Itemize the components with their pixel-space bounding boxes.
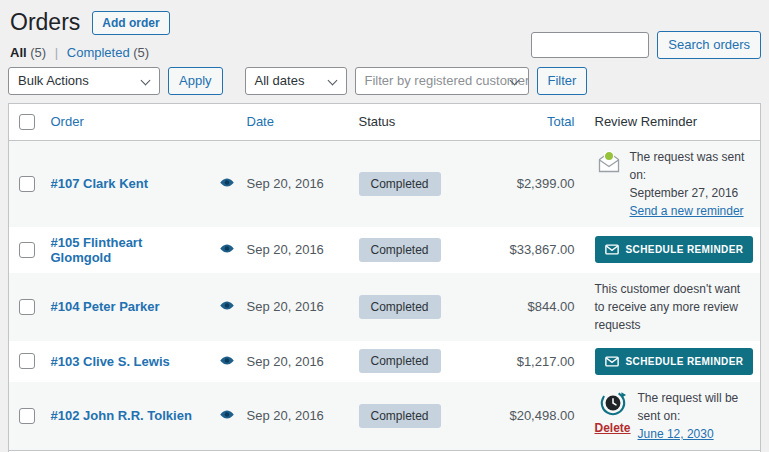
reminder-date: September 27, 2016 — [630, 184, 751, 202]
customer-filter-select[interactable]: Filter by registered customer — [355, 67, 529, 95]
row-checkbox[interactable] — [19, 408, 35, 424]
schedule-reminder-button[interactable]: SCHEDULE REMINDER — [595, 236, 754, 263]
view-all-count: (5) — [30, 45, 46, 60]
order-row-104: #104 Peter Parker Sep 20, 2016 Completed… — [9, 273, 761, 341]
order-link[interactable]: #107 Clark Kent — [51, 176, 149, 191]
status-badge: Completed — [359, 349, 441, 373]
view-completed-link[interactable]: Completed — [67, 45, 130, 60]
eye-icon[interactable] — [219, 177, 235, 188]
order-link[interactable]: #102 John R.R. Tolkien — [51, 408, 192, 423]
order-date: Sep 20, 2016 — [237, 341, 349, 382]
date-filter-selected: All dates — [255, 73, 305, 88]
chevron-down-icon — [327, 75, 337, 85]
status-badge: Completed — [359, 238, 441, 262]
eye-icon[interactable] — [219, 409, 235, 420]
date-filter-select[interactable]: All dates — [245, 67, 347, 95]
bulk-actions-selected: Bulk Actions — [18, 73, 89, 88]
orders-table: Order Date Status Total Review Reminder … — [8, 103, 761, 452]
sort-total-header[interactable]: Total — [547, 114, 574, 129]
scheduled-date-link[interactable]: June 12, 2030 — [638, 427, 714, 441]
schedule-reminder-button[interactable]: SCHEDULE REMINDER — [595, 348, 754, 375]
order-link[interactable]: #105 Flintheart Glomgold — [51, 235, 143, 265]
order-row-105: #105 Flintheart Glomgold Sep 20, 2016 Co… — [9, 227, 761, 273]
add-order-button[interactable]: Add order — [92, 11, 169, 35]
reminder-opted-out-text: This customer doesn't want to receive an… — [595, 282, 741, 332]
view-completed-count: (5) — [133, 45, 149, 60]
order-row-103: #103 Clive S. Lewis Sep 20, 2016 Complet… — [9, 341, 761, 382]
status-badge: Completed — [359, 295, 441, 319]
delete-reminder-link[interactable]: Delete — [595, 419, 631, 437]
row-checkbox[interactable] — [19, 242, 35, 258]
eye-icon[interactable] — [219, 300, 235, 311]
status-badge: Completed — [359, 172, 441, 196]
envelope-icon — [605, 356, 619, 367]
status-header: Status — [349, 103, 477, 140]
schedule-reminder-label: SCHEDULE REMINDER — [626, 244, 744, 255]
order-row-107: #107 Clark Kent Sep 20, 2016 Completed $… — [9, 140, 761, 227]
order-link[interactable]: #104 Peter Parker — [51, 299, 160, 314]
status-badge: Completed — [359, 404, 441, 428]
order-total: $844.00 — [477, 273, 585, 341]
review-reminder-header: Review Reminder — [585, 103, 761, 140]
search-area: Search orders — [531, 31, 761, 59]
schedule-reminder-label: SCHEDULE REMINDER — [626, 356, 744, 367]
eye-icon[interactable] — [219, 355, 235, 366]
reminder-line: The request will be sent on: — [638, 389, 750, 425]
preview-column-header — [209, 103, 237, 140]
table-header: Order Date Status Total Review Reminder — [9, 103, 761, 140]
orders-page: Orders Add order Search orders All (5) |… — [0, 0, 769, 452]
order-date: Sep 20, 2016 — [237, 382, 349, 451]
filters-toolbar: Bulk Actions Apply All dates Filter by r… — [8, 67, 761, 95]
eye-icon[interactable] — [219, 243, 235, 254]
order-row-102: #102 John R.R. Tolkien Sep 20, 2016 Comp… — [9, 382, 761, 451]
sort-order-header[interactable]: Order — [51, 114, 84, 129]
order-date: Sep 20, 2016 — [237, 273, 349, 341]
send-new-reminder-link[interactable]: Send a new reminder — [630, 204, 744, 218]
order-total: $33,867.00 — [477, 227, 585, 273]
filter-button[interactable]: Filter — [537, 67, 588, 95]
reminder-scheduled-info: Delete The request will be sent on: June… — [595, 389, 751, 443]
order-date: Sep 20, 2016 — [237, 140, 349, 227]
bulk-actions-select[interactable]: Bulk Actions — [8, 67, 160, 95]
clock-refresh-icon — [599, 389, 627, 417]
sort-date-header[interactable]: Date — [247, 114, 274, 129]
select-all-checkbox[interactable] — [19, 114, 35, 130]
apply-button[interactable]: Apply — [168, 67, 223, 95]
order-total: $2,399.00 — [477, 140, 585, 227]
search-orders-button[interactable]: Search orders — [657, 31, 761, 59]
views-separator: | — [55, 45, 58, 60]
envelope-icon — [605, 244, 619, 255]
order-date: Sep 20, 2016 — [237, 227, 349, 273]
page-title: Orders — [10, 8, 80, 38]
chevron-down-icon — [141, 75, 151, 85]
row-checkbox[interactable] — [19, 353, 35, 369]
search-input[interactable] — [531, 32, 649, 58]
customer-filter-placeholder: Filter by registered customer — [365, 73, 529, 88]
order-link[interactable]: #103 Clive S. Lewis — [51, 354, 170, 369]
reminder-sent-info: The request was sent on: September 27, 2… — [595, 148, 751, 220]
row-checkbox[interactable] — [19, 176, 35, 192]
email-sent-icon — [595, 148, 623, 176]
order-total: $20,498.00 — [477, 382, 585, 451]
order-total: $1,217.00 — [477, 341, 585, 382]
view-all-label[interactable]: All — [10, 45, 27, 60]
reminder-line: The request was sent on: — [630, 148, 751, 184]
row-checkbox[interactable] — [19, 299, 35, 315]
